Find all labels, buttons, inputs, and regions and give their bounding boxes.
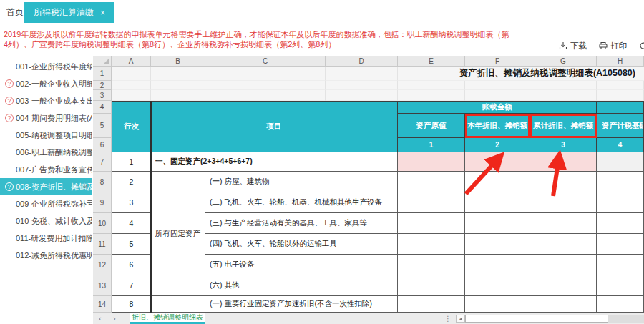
cell-item[interactable]: (一) 重要行业固定资产加速折旧(不含一次性扣除) bbox=[205, 296, 398, 313]
sidebar-collapse-icon[interactable]: « bbox=[83, 180, 88, 191]
cell[interactable] bbox=[530, 90, 597, 101]
cell[interactable] bbox=[465, 275, 530, 296]
row-header-8[interactable]: 8 bbox=[93, 172, 112, 192]
cell-line-no[interactable]: 6 bbox=[112, 255, 151, 275]
close-icon[interactable]: × bbox=[100, 8, 105, 18]
sidebar-item-008-selected[interactable]: ?008-资产折旧、摊销及纳税... bbox=[0, 178, 92, 195]
cell[interactable] bbox=[597, 296, 644, 313]
cell-item[interactable]: (二) 飞机、火车、轮船、机器、机械和其他生产设备 bbox=[205, 192, 398, 213]
row-header-14[interactable]: 14 bbox=[93, 296, 112, 313]
col-header-E[interactable]: E bbox=[398, 56, 465, 67]
row-header-10[interactable]: 10 bbox=[93, 213, 112, 234]
cell[interactable] bbox=[151, 296, 205, 313]
cell[interactable] bbox=[398, 255, 465, 275]
cell[interactable] bbox=[112, 81, 151, 90]
drag-handle-icon[interactable]: ⋮ bbox=[440, 315, 456, 323]
sidebar-item-009[interactable]: 009-企业所得税弥补亏损明... bbox=[0, 195, 92, 212]
sidebar-item-004[interactable]: ?004-期间费用明细表(A1040... bbox=[0, 109, 92, 127]
cell-line-no[interactable]: 8 bbox=[112, 296, 151, 313]
select-all-corner[interactable] bbox=[93, 56, 112, 67]
sidebar-item-005[interactable]: 005-纳税调整项目明细表(A... bbox=[0, 127, 92, 144]
cell-item[interactable]: (一) 房屋、建筑物 bbox=[205, 172, 398, 192]
cell[interactable] bbox=[530, 192, 597, 213]
col-number-4[interactable]: 4 bbox=[597, 138, 644, 152]
cell[interactable] bbox=[530, 152, 597, 172]
cell[interactable] bbox=[597, 81, 644, 90]
cell[interactable] bbox=[530, 296, 597, 313]
cell[interactable] bbox=[597, 192, 644, 213]
cell[interactable] bbox=[597, 275, 644, 296]
cell[interactable] bbox=[465, 255, 530, 275]
cell[interactable] bbox=[112, 67, 151, 81]
col-number-1[interactable]: 1 bbox=[398, 138, 465, 152]
cell[interactable] bbox=[597, 90, 644, 101]
cell[interactable] bbox=[151, 67, 205, 81]
col-header-D[interactable]: D bbox=[326, 56, 398, 67]
row-header-5[interactable]: 5 bbox=[93, 114, 112, 138]
cell[interactable] bbox=[465, 81, 530, 90]
cell[interactable] bbox=[398, 172, 465, 192]
cell[interactable] bbox=[530, 255, 597, 275]
sheet-title-cell[interactable]: 资产折旧、摊销及纳税调整明细表(A105080) bbox=[398, 67, 644, 81]
cell-item[interactable]: (三) 与生产经营活动有关的器具、工具、家具等 bbox=[205, 213, 398, 234]
sidebar-item-003[interactable]: ?003-一般企业成本支出明细... bbox=[0, 92, 92, 109]
cell-group-all-fixed-assets[interactable]: 所有固定资产 bbox=[151, 172, 205, 296]
sidebar-item-011[interactable]: 011-研发费用加计扣除优惠... bbox=[0, 230, 92, 247]
cell-item[interactable]: (五) 电子设备 bbox=[205, 255, 398, 275]
cell-item[interactable]: (四) 飞机、火车、轮船以外的运输工具 bbox=[205, 234, 398, 255]
sidebar-item-007[interactable]: 007-广告费和业务宣传费跨... bbox=[0, 161, 92, 178]
col-number-3[interactable]: 3 bbox=[530, 138, 597, 152]
cell-line-no[interactable]: 5 bbox=[112, 234, 151, 255]
row-header-7[interactable]: 7 bbox=[93, 152, 112, 172]
cell[interactable] bbox=[597, 255, 644, 275]
row-header-2[interactable]: 2 bbox=[93, 81, 112, 90]
col-header-F[interactable]: F bbox=[465, 56, 530, 67]
sidebar-item-010[interactable]: 010-免税、减计收入及加计... bbox=[0, 212, 92, 230]
cell-item[interactable]: (六) 其他 bbox=[205, 275, 398, 296]
cell[interactable] bbox=[530, 275, 597, 296]
cell-line-no[interactable]: 2 bbox=[112, 172, 151, 192]
cell[interactable] bbox=[326, 81, 398, 90]
cell[interactable] bbox=[465, 90, 530, 101]
cell[interactable] bbox=[151, 90, 205, 101]
cell[interactable] bbox=[398, 275, 465, 296]
cell[interactable] bbox=[398, 90, 465, 101]
cell[interactable] bbox=[465, 213, 530, 234]
tab-income-tax-settlement[interactable]: 所得税汇算清缴 × bbox=[24, 2, 114, 23]
cell[interactable] bbox=[465, 152, 530, 172]
cell-line-no[interactable]: 4 bbox=[112, 213, 151, 234]
cell[interactable] bbox=[597, 213, 644, 234]
header-current-year-depreciation[interactable]: 本年折旧、摊销额 bbox=[465, 114, 530, 138]
cell[interactable] bbox=[597, 172, 644, 192]
cell[interactable] bbox=[530, 234, 597, 255]
header-asset-original-value[interactable]: 资产原值 bbox=[398, 114, 465, 138]
cell[interactable] bbox=[326, 67, 398, 81]
header-group-tax-amount[interactable] bbox=[597, 101, 644, 114]
cell[interactable] bbox=[530, 81, 597, 90]
row-header-13[interactable]: 13 bbox=[93, 275, 112, 296]
cell[interactable] bbox=[465, 234, 530, 255]
hscroll-left-button[interactable]: ◂ bbox=[456, 315, 465, 323]
horizontal-scrollbar-thumb[interactable] bbox=[465, 315, 608, 323]
cell[interactable] bbox=[151, 81, 205, 90]
cell[interactable] bbox=[398, 234, 465, 255]
cell[interactable] bbox=[398, 152, 465, 172]
cell[interactable] bbox=[326, 90, 398, 101]
sidebar-item-002[interactable]: ?002-一般企业收入明细表(A... bbox=[0, 75, 92, 92]
cell[interactable] bbox=[205, 67, 326, 81]
cell[interactable] bbox=[530, 213, 597, 234]
col-header-G[interactable]: G bbox=[530, 56, 597, 67]
row-header-11[interactable]: 11 bbox=[93, 234, 112, 255]
col-number-2[interactable]: 2 bbox=[465, 138, 530, 152]
cell[interactable] bbox=[530, 172, 597, 192]
header-item[interactable]: 项目 bbox=[151, 101, 398, 152]
cell[interactable] bbox=[465, 192, 530, 213]
recalculate-button[interactable]: 重 bbox=[639, 41, 644, 51]
cell[interactable] bbox=[398, 296, 465, 313]
header-line-no[interactable]: 行次 bbox=[112, 101, 151, 152]
cell[interactable] bbox=[398, 213, 465, 234]
col-header-H[interactable]: H bbox=[597, 56, 644, 67]
row-header-9[interactable]: 9 bbox=[93, 192, 112, 213]
print-button[interactable]: 打印 bbox=[599, 41, 627, 51]
row-header-1[interactable]: 1 bbox=[93, 67, 112, 81]
